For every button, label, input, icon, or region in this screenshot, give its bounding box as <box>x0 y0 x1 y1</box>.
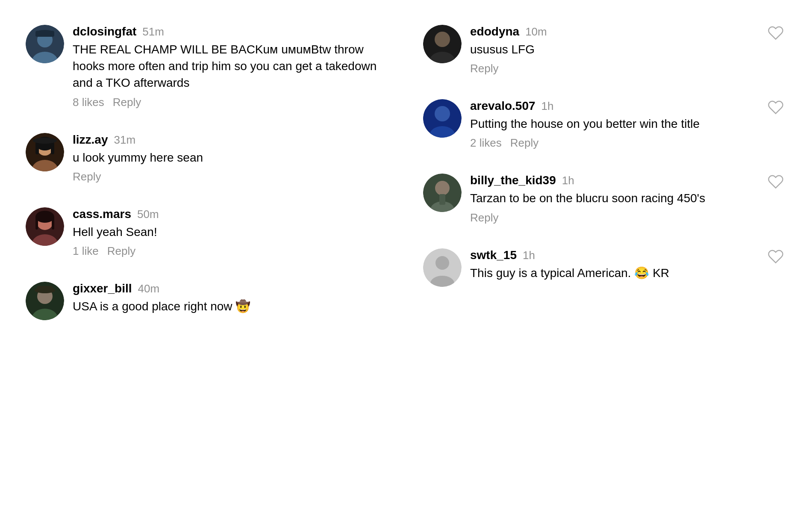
comment-text: ususus LFG <box>470 41 756 58</box>
username: billy_the_kid39 <box>470 174 556 187</box>
like-button[interactable] <box>765 248 786 265</box>
username: lizz.ay <box>73 133 108 147</box>
comment-actions: Reply <box>73 170 389 183</box>
comment-item: edodyna 10m ususus LFG Reply <box>419 13 791 87</box>
reply-button[interactable]: Reply <box>73 170 101 183</box>
likes-count: 2 likes <box>470 136 502 150</box>
likes-count: 8 likes <box>73 96 104 109</box>
avatar <box>423 99 462 138</box>
likes-count: 1 like <box>73 245 99 258</box>
comment-body: cass.mars 50m Hell yeah Sean! 1 like Rep… <box>73 207 389 258</box>
comment-text: u look yummy here sean <box>73 149 389 166</box>
comment-inner: billy_the_kid39 1h Tarzan to be on the b… <box>423 174 756 224</box>
comment-body: billy_the_kid39 1h Tarzan to be on the b… <box>470 174 756 224</box>
comment-header: dclosingfat 51m <box>73 25 389 38</box>
comment-body: arevalo.507 1h Putting the house on you … <box>470 99 756 150</box>
username: swtk_15 <box>470 248 517 262</box>
comment-header: lizz.ay 31m <box>73 133 389 147</box>
reply-button[interactable]: Reply <box>107 245 135 258</box>
comment-item: arevalo.507 1h Putting the house on you … <box>419 87 791 162</box>
timestamp: 1h <box>523 249 535 262</box>
avatar <box>26 207 64 246</box>
timestamp: 1h <box>541 100 554 113</box>
comment-item: dclosingfat 51m THE REAL CHAMP WILL BE B… <box>21 13 393 121</box>
like-button[interactable] <box>765 99 786 115</box>
comment-header: arevalo.507 1h <box>470 99 756 113</box>
comment-actions: 2 likes Reply <box>470 136 756 150</box>
svg-point-15 <box>35 211 54 223</box>
right-column: edodyna 10m ususus LFG Reply <box>406 13 803 332</box>
comment-item: swtk_15 1h This guy is a typical America… <box>419 236 791 299</box>
comment-actions: Reply <box>470 211 756 224</box>
comment-item: gixxer_bill 40m USA is a good place righ… <box>21 270 393 332</box>
comment-header: swtk_15 1h <box>470 248 756 262</box>
comment-actions: Reply <box>470 62 756 75</box>
avatar <box>26 133 64 171</box>
avatar <box>423 25 462 63</box>
svg-rect-9 <box>35 144 39 154</box>
comment-actions: 8 likes Reply <box>73 96 389 109</box>
comment-inner: arevalo.507 1h Putting the house on you … <box>423 99 756 150</box>
reply-button[interactable]: Reply <box>510 136 538 150</box>
comment-header: billy_the_kid39 1h <box>470 174 756 187</box>
left-column: dclosingfat 51m THE REAL CHAMP WILL BE B… <box>9 13 406 332</box>
comment-header: edodyna 10m <box>470 25 756 38</box>
timestamp: 40m <box>138 282 160 295</box>
svg-point-35 <box>435 256 449 270</box>
comment-header: cass.mars 50m <box>73 207 389 221</box>
comment-text: THE REAL CHAMP WILL BE BACKuм uмuмBtw th… <box>73 41 389 91</box>
comment-item: billy_the_kid39 1h Tarzan to be on the b… <box>419 162 791 236</box>
username: gixxer_bill <box>73 282 132 295</box>
comment-body: gixxer_bill 40m USA is a good place righ… <box>73 282 389 319</box>
comment-text: Putting the house on you better win the … <box>470 115 756 132</box>
like-button[interactable] <box>765 174 786 190</box>
timestamp: 10m <box>525 25 547 38</box>
svg-point-29 <box>423 99 462 138</box>
reply-button[interactable]: Reply <box>470 211 498 224</box>
timestamp: 31m <box>114 133 135 147</box>
comment-text: This guy is a typical American. 😂 KR <box>470 265 756 281</box>
username: cass.mars <box>73 207 131 221</box>
avatar <box>26 282 64 320</box>
svg-rect-22 <box>37 286 53 292</box>
comment-actions: 1 like Reply <box>73 245 389 258</box>
timestamp: 51m <box>142 25 164 38</box>
timestamp: 50m <box>137 208 159 221</box>
username: dclosingfat <box>73 25 136 38</box>
svg-rect-33 <box>439 194 445 205</box>
svg-point-24 <box>435 32 450 47</box>
avatar <box>26 25 64 63</box>
svg-rect-16 <box>35 217 38 230</box>
comment-text: USA is a good place right now 🤠 <box>73 298 389 315</box>
reply-button[interactable]: Reply <box>470 62 498 75</box>
svg-rect-10 <box>51 144 54 154</box>
comment-body: dclosingfat 51m THE REAL CHAMP WILL BE B… <box>73 25 389 109</box>
comment-header: gixxer_bill 40m <box>73 282 389 295</box>
avatar <box>423 174 462 212</box>
comment-text: Tarzan to be on the blucru soon racing 4… <box>470 190 756 206</box>
comment-item: cass.mars 50m Hell yeah Sean! 1 like Rep… <box>21 195 393 270</box>
svg-rect-17 <box>52 217 54 230</box>
svg-point-11 <box>33 138 57 144</box>
timestamp: 1h <box>562 174 574 187</box>
svg-point-31 <box>435 181 450 195</box>
comment-body: lizz.ay 31m u look yummy here sean Reply <box>73 133 389 183</box>
avatar <box>423 248 462 287</box>
comment-inner: edodyna 10m ususus LFG Reply <box>423 25 756 75</box>
svg-rect-4 <box>35 31 54 37</box>
comment-body: swtk_15 1h This guy is a typical America… <box>470 248 756 286</box>
username: edodyna <box>470 25 519 38</box>
like-button[interactable] <box>765 25 786 41</box>
comments-section: dclosingfat 51m THE REAL CHAMP WILL BE B… <box>0 0 812 345</box>
reply-button[interactable]: Reply <box>113 96 141 109</box>
username: arevalo.507 <box>470 99 535 113</box>
comment-body: edodyna 10m ususus LFG Reply <box>470 25 756 75</box>
comment-inner: swtk_15 1h This guy is a typical America… <box>423 248 756 287</box>
comment-item: lizz.ay 31m u look yummy here sean Reply <box>21 121 393 195</box>
comment-text: Hell yeah Sean! <box>73 224 389 240</box>
